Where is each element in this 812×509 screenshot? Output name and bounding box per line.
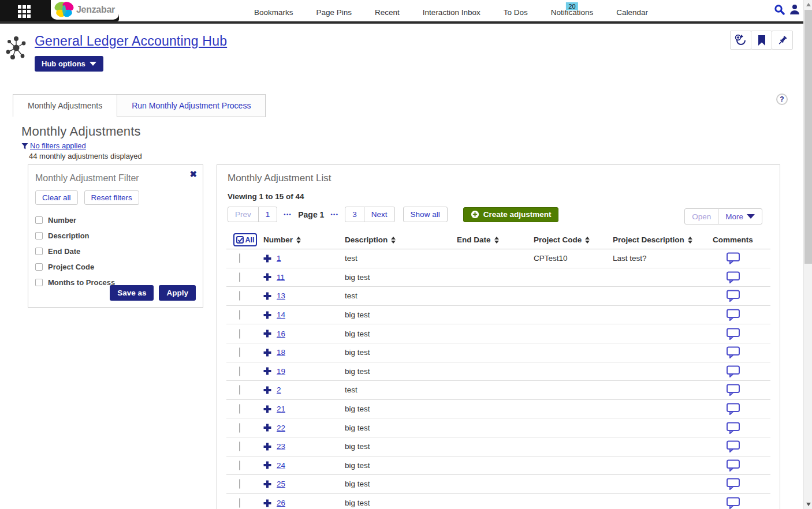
page-1-button[interactable]: 1 <box>258 207 278 222</box>
row-checkbox[interactable] <box>239 479 240 489</box>
row-checkbox[interactable] <box>239 385 240 395</box>
checkbox-description[interactable] <box>35 232 43 239</box>
no-filters-applied-link[interactable]: No filters applied <box>30 141 86 150</box>
column-header-end-date[interactable]: End Date <box>457 235 534 244</box>
vertical-scrollbar[interactable] <box>803 0 812 509</box>
comment-bubble-icon[interactable] <box>726 290 740 302</box>
row-checkbox[interactable] <box>239 310 240 320</box>
adjustment-number-link[interactable]: 23 <box>277 442 285 451</box>
scroll-down-arrow[interactable] <box>804 500 812 509</box>
prev-page-button[interactable]: Prev <box>228 207 259 222</box>
select-all-button[interactable]: All <box>233 233 257 246</box>
page-3-button[interactable]: 3 <box>345 207 364 222</box>
comment-bubble-icon[interactable] <box>726 459 740 471</box>
refresh-hub-button[interactable] <box>730 31 751 50</box>
row-checkbox[interactable] <box>239 461 240 470</box>
next-page-button[interactable]: Next <box>364 207 395 222</box>
comment-bubble-icon[interactable] <box>726 365 740 377</box>
row-checkbox[interactable] <box>239 366 240 376</box>
adjustment-number-link[interactable]: 24 <box>277 461 285 470</box>
expand-plus-icon[interactable] <box>263 461 271 469</box>
nav-item-calendar[interactable]: Calendar <box>616 5 648 17</box>
nav-item-to-dos[interactable]: To Dos <box>504 5 528 17</box>
expand-plus-icon[interactable] <box>263 443 271 451</box>
adjustment-number-link[interactable]: 13 <box>277 291 285 300</box>
comment-bubble-icon[interactable] <box>726 403 740 415</box>
expand-plus-icon[interactable] <box>263 254 271 263</box>
adjustment-number-link[interactable]: 18 <box>277 348 285 357</box>
row-checkbox[interactable] <box>239 253 240 263</box>
comment-bubble-icon[interactable] <box>726 422 740 434</box>
comment-bubble-icon[interactable] <box>726 440 740 452</box>
apply-button[interactable]: Apply <box>159 285 196 301</box>
comment-bubble-icon[interactable] <box>726 328 740 340</box>
adjustment-number-link[interactable]: 16 <box>277 330 285 338</box>
jenzabar-logo[interactable]: Jenzabar <box>51 0 119 20</box>
expand-plus-icon[interactable] <box>263 273 271 281</box>
comment-bubble-icon[interactable] <box>726 346 740 358</box>
row-checkbox[interactable] <box>239 441 240 451</box>
comment-bubble-icon[interactable] <box>726 252 740 264</box>
tab-monthly-adjustments[interactable]: Monthly Adjustments <box>13 94 117 117</box>
expand-plus-icon[interactable] <box>263 367 271 375</box>
comment-bubble-icon[interactable] <box>726 478 740 490</box>
show-all-button[interactable]: Show all <box>403 207 448 222</box>
column-header-project-code[interactable]: Project Code <box>534 235 613 244</box>
expand-plus-icon[interactable] <box>263 349 271 357</box>
adjustment-number-link[interactable]: 26 <box>277 499 285 507</box>
nav-item-notifications[interactable]: Notifications20 <box>551 5 594 17</box>
adjustment-number-link[interactable]: 21 <box>277 405 285 413</box>
page-title-link[interactable]: General Ledger Accounting Hub <box>35 33 227 49</box>
scrollbar-thumb[interactable] <box>804 10 812 264</box>
expand-plus-icon[interactable] <box>263 480 271 488</box>
comment-bubble-icon[interactable] <box>726 384 740 396</box>
expand-plus-icon[interactable] <box>263 405 271 413</box>
adjustment-number-link[interactable]: 22 <box>277 424 285 432</box>
save-as-button[interactable]: Save as <box>110 285 154 301</box>
help-button[interactable]: ? <box>776 93 788 105</box>
expand-plus-icon[interactable] <box>263 311 271 319</box>
adjustment-number-link[interactable]: 14 <box>277 310 285 319</box>
clear-all-button[interactable]: Clear all <box>35 190 78 205</box>
bookmark-page-button[interactable] <box>751 31 772 50</box>
nav-item-page-pins[interactable]: Page Pins <box>316 5 352 17</box>
checkbox-end-date[interactable] <box>35 248 43 255</box>
checkbox-number[interactable] <box>35 216 43 224</box>
column-header-number[interactable]: Number <box>263 235 345 244</box>
row-checkbox[interactable] <box>239 329 240 339</box>
expand-plus-icon[interactable] <box>263 424 271 432</box>
open-button[interactable]: Open <box>684 208 718 224</box>
hub-options-button[interactable]: Hub options <box>35 56 103 72</box>
comment-bubble-icon[interactable] <box>726 309 740 321</box>
expand-plus-icon[interactable] <box>263 499 271 507</box>
row-checkbox[interactable] <box>239 347 240 357</box>
adjustment-number-link[interactable]: 11 <box>277 273 285 282</box>
checkbox-project-code[interactable] <box>35 263 43 271</box>
close-icon[interactable]: ✖ <box>189 169 197 179</box>
nav-item-recent[interactable]: Recent <box>375 5 400 17</box>
scroll-up-arrow[interactable] <box>804 0 812 9</box>
expand-plus-icon[interactable] <box>263 330 271 338</box>
nav-item-interaction-inbox[interactable]: Interaction Inbox <box>423 5 481 17</box>
more-button[interactable]: More <box>718 208 762 224</box>
checkbox-months-to-process[interactable] <box>35 279 43 286</box>
comment-bubble-icon[interactable] <box>726 271 740 283</box>
row-checkbox[interactable] <box>239 498 240 508</box>
row-checkbox[interactable] <box>239 291 240 301</box>
row-checkbox[interactable] <box>239 272 240 282</box>
adjustment-number-link[interactable]: 19 <box>277 367 285 376</box>
comment-bubble-icon[interactable] <box>726 497 740 509</box>
tab-run-monthly-adjustment-process[interactable]: Run Monthly Adjustment Process <box>117 94 266 117</box>
reset-filters-button[interactable]: Reset filters <box>84 190 139 205</box>
search-icon[interactable] <box>774 4 785 17</box>
create-adjustment-button[interactable]: Create adjustment <box>463 207 559 222</box>
adjustment-number-link[interactable]: 25 <box>277 480 285 488</box>
apps-menu-button[interactable] <box>14 4 34 18</box>
expand-plus-icon[interactable] <box>263 292 271 300</box>
adjustment-number-link[interactable]: 2 <box>277 386 281 394</box>
user-profile-icon[interactable] <box>789 3 800 17</box>
column-header-project-description[interactable]: Project Description <box>613 235 710 244</box>
row-checkbox[interactable] <box>239 423 240 433</box>
row-checkbox[interactable] <box>239 404 240 414</box>
nav-item-bookmarks[interactable]: Bookmarks <box>254 5 293 17</box>
